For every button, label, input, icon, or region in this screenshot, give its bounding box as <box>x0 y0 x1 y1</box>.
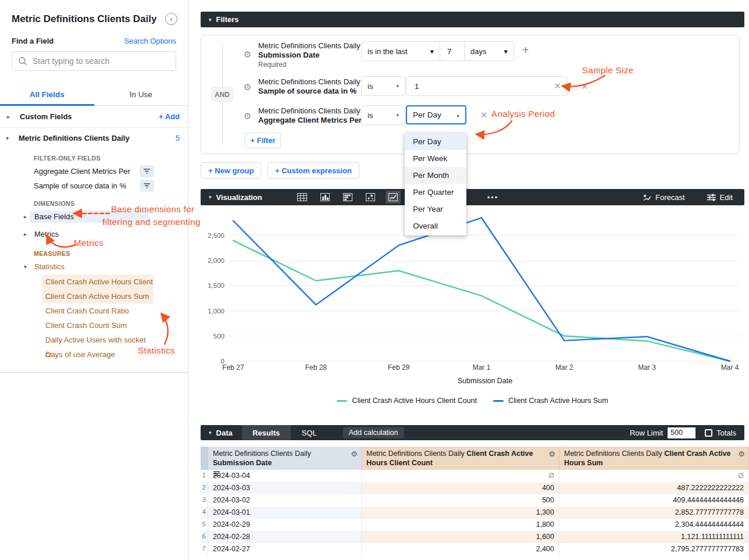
cell-measure-value[interactable]: 1,800 <box>362 519 559 531</box>
cell-measure-value[interactable]: 487.2222222222222 <box>559 482 749 494</box>
field-search-box[interactable] <box>12 51 176 71</box>
cell-measure-value[interactable]: 500 <box>362 494 559 507</box>
row-limit-input[interactable] <box>668 427 696 438</box>
cell-measure-value[interactable]: 2,400 <box>362 543 559 555</box>
row-limit-label: Row Limit <box>630 429 663 437</box>
line-chart-viz-icon[interactable] <box>386 191 401 204</box>
sidebar-measure-field[interactable]: Client Crash Active Hours Client ... <box>42 274 154 289</box>
gear-icon[interactable]: ⚙ <box>738 450 745 459</box>
cell-measure-value[interactable]: 1,600 <box>362 531 559 543</box>
column-header-sum[interactable]: Metric Definitions Clients Daily Client … <box>559 447 749 470</box>
tab-sql[interactable]: SQL <box>291 425 328 440</box>
sliders-icon <box>707 194 716 201</box>
cell-measure-value[interactable]: 1,121.111111111111 <box>559 531 749 543</box>
sidebar-measure-field[interactable]: Client Crash Count Ratio <box>42 304 154 318</box>
field-aggregate-client-metrics-per[interactable]: Aggregate Client Metrics Per <box>0 164 188 179</box>
cell-measure-value[interactable]: 2,304.444444444444 <box>559 519 749 531</box>
search-options-link[interactable]: Search Options <box>124 37 176 45</box>
sample-size-input[interactable] <box>406 82 554 91</box>
custom-expression-button[interactable]: + Custom expression <box>268 162 359 179</box>
bar-chart-viz-icon[interactable] <box>340 191 355 204</box>
cell-submission-date[interactable]: 2024-02-29 <box>208 519 362 531</box>
remove-filter-icon[interactable]: ✕ <box>581 81 588 92</box>
filter-unit-select[interactable]: days▾ <box>465 42 513 60</box>
sidebar-measure-field[interactable]: Daily Active Users with socket cr... <box>42 333 154 347</box>
measure-group-statistics[interactable]: ▾ Statistics <box>0 259 188 273</box>
table-row: 42024-03-011,3002,852.777777777778 <box>201 507 749 519</box>
filter-operator-select[interactable]: is▾ <box>361 76 405 96</box>
totals-checkbox[interactable] <box>705 429 712 437</box>
cell-submission-date[interactable]: 2024-03-01 <box>208 507 362 519</box>
forecast-button[interactable]: Forecast <box>642 193 685 202</box>
explore-group-row[interactable]: ▾ Metric Definitions Clients Daily 5 <box>0 128 188 148</box>
custom-fields-row[interactable]: ▸ Custom Fields + Add <box>0 106 188 128</box>
collapse-sidebar-button[interactable]: ‹ <box>165 13 177 25</box>
filter-by-field-button[interactable] <box>140 165 154 177</box>
add-calculation-button[interactable]: Add calculation <box>343 427 404 438</box>
legend-item[interactable]: Client Crash Active Hours Sum <box>493 397 608 405</box>
dropdown-option[interactable]: Overall <box>405 217 466 234</box>
sidebar-measure-field[interactable]: Client Crash Active Hours Sum <box>42 289 154 304</box>
cell-measure-value[interactable]: 2,795.2777777777783 <box>559 543 749 555</box>
gear-icon[interactable]: ⚙ <box>244 49 251 60</box>
field-label: Sample of source data in % <box>34 181 126 190</box>
gear-icon[interactable]: ⚙ <box>244 111 251 122</box>
dropdown-option[interactable]: Per Day <box>405 133 466 150</box>
tab-in-use[interactable]: In Use <box>94 85 188 105</box>
dropdown-option[interactable]: Per Month <box>405 167 466 184</box>
cell-submission-date[interactable]: 2024-02-27 <box>208 543 362 555</box>
gear-icon[interactable]: ⚙ <box>548 450 555 459</box>
tab-results[interactable]: Results <box>242 425 291 440</box>
legend-item[interactable]: Client Crash Active Hours Client Count <box>337 397 477 405</box>
new-group-button[interactable]: + New group <box>201 162 261 179</box>
search-input[interactable] <box>33 56 170 66</box>
more-viz-types-icon[interactable]: ••• <box>487 193 499 202</box>
cell-measure-value[interactable]: 1,300 <box>362 507 559 519</box>
filter-operator-select[interactable]: is in the last▾ <box>362 42 440 60</box>
add-filter-button[interactable]: + Filter <box>245 133 281 148</box>
svg-text:Feb 29: Feb 29 <box>388 363 410 372</box>
dropdown-option[interactable]: Per Year <box>405 201 466 217</box>
sort-desc-arrow-icon[interactable]: ↓ <box>225 469 229 478</box>
filter-value-input[interactable] <box>440 47 464 56</box>
cell-measure-value[interactable]: Ø <box>362 470 559 482</box>
dropdown-option[interactable]: Per Quarter <box>405 184 466 201</box>
edit-viz-button[interactable]: Edit <box>707 193 733 202</box>
tab-all-fields[interactable]: All Fields <box>0 85 94 105</box>
add-filter-value-button[interactable]: + <box>522 44 529 57</box>
chevron-down-icon: ▾ <box>209 194 212 200</box>
scatter-viz-icon[interactable] <box>363 191 378 204</box>
column-header-client-count[interactable]: Metric Definitions Clients Daily Client … <box>362 447 559 470</box>
annotation-analysis-period: Analysis Period <box>491 109 555 119</box>
filter-value-input-box <box>440 42 465 60</box>
cell-measure-value[interactable]: 409.44444444444446 <box>559 494 749 507</box>
aggregate-period-dropdown-button[interactable]: Per Day ▴ <box>406 105 466 124</box>
filters-section-bar[interactable]: ▾ Filters <box>201 12 744 27</box>
and-operator-pill[interactable]: AND <box>211 87 233 102</box>
add-custom-field-button[interactable]: + Add <box>159 112 180 121</box>
clear-value-icon[interactable]: ✕ <box>554 81 561 91</box>
sidebar-divider <box>0 372 188 373</box>
visualization-section-bar[interactable]: ▾ Visualization ••• Forecast Edit <box>201 189 744 205</box>
cell-submission-date[interactable]: 2024-03-03 <box>208 482 362 494</box>
cell-measure-value[interactable]: 400 <box>362 482 559 494</box>
gear-icon[interactable]: ⚙ <box>244 82 251 92</box>
data-section-bar[interactable]: ▾ Data Results SQL Add calculation Row L… <box>201 425 744 440</box>
filter-operator-select[interactable]: is▾ <box>361 105 405 125</box>
field-sample-of-source-data[interactable]: Sample of source data in % <box>0 179 188 193</box>
cell-submission-date[interactable]: 2024-02-28 <box>208 531 362 543</box>
filter-by-field-button[interactable] <box>140 180 154 192</box>
cell-measure-value[interactable]: 2,852.777777777778 <box>559 507 749 519</box>
svg-text:Mar 2: Mar 2 <box>555 363 573 372</box>
legend-swatch <box>493 400 504 402</box>
cell-submission-date[interactable]: 2024-03-02 <box>208 494 362 507</box>
gear-icon[interactable]: ⚙ <box>351 450 358 459</box>
dropdown-option[interactable]: Per Week <box>405 150 466 167</box>
table-viz-icon[interactable] <box>295 191 310 204</box>
column-header-submission-date[interactable]: Metric Definitions Clients Daily Submiss… <box>208 447 362 470</box>
sidebar-measure-field[interactable]: Client Crash Count Sum <box>42 318 154 333</box>
remove-filter-icon[interactable]: ✕ <box>480 110 488 120</box>
cell-measure-value[interactable]: Ø <box>559 470 749 482</box>
sidebar-measure-field[interactable]: Days of use Average <box>42 347 154 362</box>
column-chart-viz-icon[interactable] <box>318 191 333 204</box>
